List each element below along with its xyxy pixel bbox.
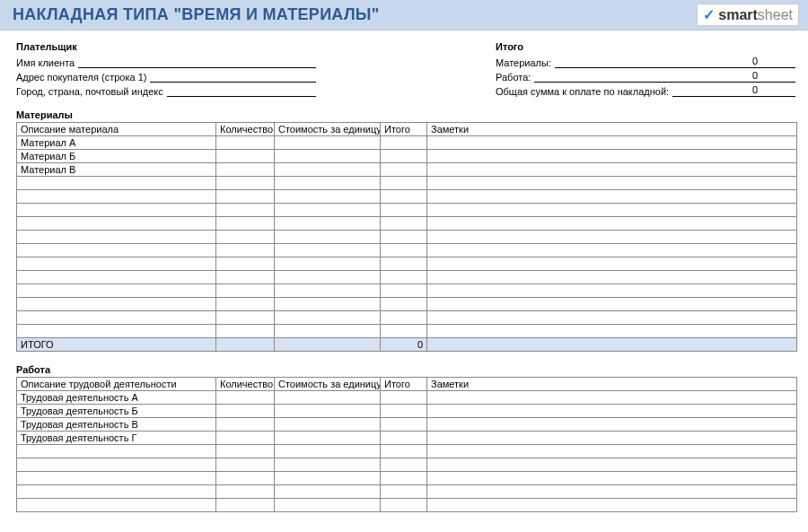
table-cell[interactable] [216, 231, 275, 244]
table-cell[interactable] [216, 418, 275, 432]
table-cell[interactable] [381, 298, 427, 311]
table-cell[interactable] [427, 136, 797, 150]
table-cell[interactable] [216, 150, 275, 163]
table-cell[interactable] [427, 177, 797, 190]
table-cell[interactable] [381, 325, 427, 338]
table-cell[interactable] [275, 391, 381, 405]
table-cell[interactable] [216, 458, 275, 472]
table-cell[interactable] [17, 231, 216, 244]
table-cell[interactable]: Материал В [17, 163, 216, 177]
table-cell[interactable] [381, 217, 427, 231]
table-cell[interactable] [427, 217, 797, 231]
table-cell[interactable]: Трудовая деятельность Б [17, 405, 216, 418]
table-cell[interactable] [17, 325, 216, 338]
table-cell[interactable] [427, 190, 797, 204]
table-cell[interactable] [427, 499, 797, 512]
table-cell[interactable] [427, 244, 797, 257]
table-cell[interactable] [427, 418, 797, 432]
table-cell[interactable] [427, 405, 797, 418]
table-cell[interactable] [275, 217, 381, 231]
table-cell[interactable] [17, 485, 216, 499]
table-cell[interactable] [275, 472, 381, 485]
table-cell[interactable] [427, 485, 797, 499]
table-cell[interactable] [381, 391, 427, 405]
table-cell[interactable] [17, 190, 216, 204]
table-cell[interactable] [275, 405, 381, 418]
table-cell[interactable] [427, 298, 797, 311]
table-cell[interactable] [216, 325, 275, 338]
table-cell[interactable] [17, 298, 216, 311]
table-cell[interactable] [216, 485, 275, 499]
payer-input-line[interactable] [167, 84, 316, 97]
table-cell[interactable]: Материал Б [17, 150, 216, 163]
table-cell[interactable] [216, 163, 275, 177]
table-cell[interactable] [427, 163, 797, 177]
table-cell[interactable] [17, 217, 216, 231]
table-cell[interactable] [381, 418, 427, 432]
table-cell[interactable]: Трудовая деятельность A [17, 391, 216, 405]
table-cell[interactable] [216, 284, 275, 298]
table-cell[interactable] [275, 445, 381, 458]
table-cell[interactable] [275, 418, 381, 432]
table-cell[interactable] [216, 177, 275, 190]
table-cell[interactable] [381, 445, 427, 458]
table-cell[interactable] [427, 257, 797, 271]
table-cell[interactable] [216, 204, 275, 217]
table-cell[interactable] [275, 432, 381, 445]
table-cell[interactable] [381, 204, 427, 217]
table-cell[interactable] [427, 458, 797, 472]
table-cell[interactable] [275, 499, 381, 512]
table-cell[interactable] [381, 257, 427, 271]
table-cell[interactable] [427, 445, 797, 458]
table-cell[interactable] [216, 445, 275, 458]
table-cell[interactable] [216, 432, 275, 445]
table-cell[interactable] [427, 150, 797, 163]
table-cell[interactable] [275, 244, 381, 257]
table-cell[interactable] [381, 284, 427, 298]
table-cell[interactable] [216, 244, 275, 257]
table-cell[interactable] [381, 405, 427, 418]
table-cell[interactable] [17, 472, 216, 485]
table-cell[interactable] [275, 177, 381, 190]
table-cell[interactable] [17, 311, 216, 325]
table-cell[interactable] [381, 190, 427, 204]
table-cell[interactable] [275, 271, 381, 284]
table-cell[interactable] [275, 257, 381, 271]
table-cell[interactable] [17, 271, 216, 284]
table-cell[interactable] [216, 271, 275, 284]
table-cell[interactable] [427, 231, 797, 244]
table-cell[interactable]: Материал A [17, 136, 216, 150]
table-cell[interactable] [17, 204, 216, 217]
table-cell[interactable] [275, 190, 381, 204]
table-cell[interactable] [381, 150, 427, 163]
table-cell[interactable] [381, 163, 427, 177]
table-cell[interactable]: Трудовая деятельность В [17, 418, 216, 432]
table-cell[interactable] [381, 136, 427, 150]
table-cell[interactable] [275, 150, 381, 163]
payer-input-line[interactable] [150, 70, 316, 83]
table-cell[interactable] [275, 298, 381, 311]
table-cell[interactable] [275, 231, 381, 244]
table-cell[interactable] [275, 311, 381, 325]
table-cell[interactable] [216, 190, 275, 204]
table-cell[interactable] [381, 311, 427, 325]
table-cell[interactable] [17, 445, 216, 458]
table-cell[interactable] [216, 298, 275, 311]
table-cell[interactable] [275, 136, 381, 150]
table-cell[interactable] [381, 432, 427, 445]
table-cell[interactable] [216, 217, 275, 231]
table-cell[interactable] [275, 284, 381, 298]
table-cell[interactable] [427, 391, 797, 405]
table-cell[interactable] [427, 311, 797, 325]
table-cell[interactable] [381, 177, 427, 190]
table-cell[interactable] [275, 204, 381, 217]
table-cell[interactable] [427, 472, 797, 485]
table-cell[interactable] [381, 231, 427, 244]
table-cell[interactable] [17, 177, 216, 190]
table-cell[interactable] [427, 204, 797, 217]
table-cell[interactable] [275, 163, 381, 177]
table-cell[interactable] [17, 499, 216, 512]
table-cell[interactable]: Трудовая деятельность Г [17, 432, 216, 445]
table-cell[interactable] [381, 485, 427, 499]
table-cell[interactable] [216, 311, 275, 325]
